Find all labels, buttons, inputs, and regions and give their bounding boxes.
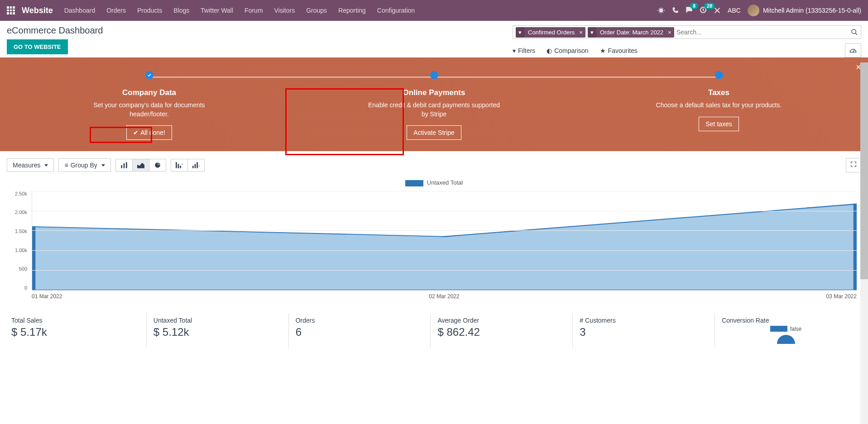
- search-icon[interactable]: [851, 29, 858, 36]
- main-menu: Dashboard Orders Products Blogs Twitter …: [64, 7, 657, 14]
- menu-visitors[interactable]: Visitors: [274, 7, 295, 14]
- menu-products[interactable]: Products: [137, 7, 162, 14]
- chart-plot: [32, 191, 857, 291]
- menu-configuration[interactable]: Configuration: [377, 7, 415, 14]
- avatar: [748, 5, 759, 16]
- menu-dashboard[interactable]: Dashboard: [64, 7, 96, 14]
- messages-icon[interactable]: 8: [686, 6, 693, 15]
- sort-desc-icon[interactable]: [171, 159, 188, 171]
- filters-dropdown[interactable]: ▾Filters: [513, 47, 535, 54]
- kpi-average-order: Average Order$ 862.42: [430, 313, 572, 348]
- filter-icon: ▾: [516, 27, 524, 38]
- pie-chart-icon[interactable]: [149, 159, 166, 171]
- svg-point-14: [440, 236, 448, 237]
- svg-rect-12: [197, 162, 198, 168]
- onboarding-step-payments: Online Payments Enable credit & debit ca…: [366, 71, 502, 140]
- step-dot-icon: [430, 71, 438, 79]
- compare-icon: ◐: [547, 47, 552, 54]
- chart-legend: Untaxed Total: [11, 179, 857, 186]
- kpi-orders: Orders6: [288, 313, 431, 348]
- funnel-icon: ▾: [513, 47, 516, 54]
- sort-asc-icon[interactable]: [188, 159, 204, 171]
- app-brand[interactable]: Website: [22, 6, 53, 15]
- activities-icon[interactable]: 28: [700, 6, 707, 15]
- comparison-dropdown[interactable]: ◐Comparison: [547, 47, 588, 54]
- svg-rect-9: [180, 166, 181, 168]
- svg-point-13: [32, 226, 36, 227]
- groupby-dropdown[interactable]: ≡Group By: [58, 158, 110, 172]
- dashboard-view-icon[interactable]: [845, 43, 861, 57]
- groupby-icon: ≡: [64, 162, 68, 169]
- y-axis: 2.50k 2.00k 1.50k 1.00k 500 0: [11, 191, 32, 291]
- legend-swatch: [405, 180, 423, 186]
- search-facet-confirmed: ▾ Confirmed Orders ×: [516, 27, 585, 38]
- x-axis: 01 Mar 2022 02 Mar 2022 03 Mar 2022: [32, 293, 857, 300]
- kpi-customers: # Customers3: [572, 313, 715, 348]
- svg-rect-4: [123, 163, 125, 168]
- phone-icon[interactable]: [671, 7, 679, 14]
- x-icon[interactable]: [714, 7, 721, 14]
- annotation-box: [90, 127, 152, 143]
- menu-forum[interactable]: Forum: [245, 7, 263, 14]
- set-taxes-button[interactable]: Set taxes: [699, 117, 739, 131]
- remove-facet-icon[interactable]: ×: [667, 29, 674, 36]
- company-name[interactable]: ABC: [728, 7, 741, 14]
- chevron-down-icon: [101, 164, 105, 167]
- search-facet-date: ▾ Order Date: March 2022 ×: [588, 27, 674, 38]
- pie-chart: [777, 335, 795, 344]
- messages-badge: 8: [690, 3, 698, 9]
- remove-facet-icon[interactable]: ×: [578, 29, 585, 36]
- menu-twitter-wall[interactable]: Twitter Wall: [201, 7, 233, 14]
- svg-rect-3: [121, 165, 122, 168]
- user-menu[interactable]: Mitchell Admin (13353256-15-0-all): [748, 5, 861, 16]
- favourites-dropdown[interactable]: ★Favourites: [600, 47, 638, 54]
- svg-rect-10: [192, 166, 194, 168]
- svg-rect-7: [176, 162, 177, 168]
- area-chart-icon[interactable]: [133, 159, 149, 171]
- step-done-icon: [145, 71, 153, 79]
- svg-rect-11: [194, 164, 196, 168]
- menu-orders[interactable]: Orders: [106, 7, 126, 14]
- star-icon: ★: [600, 47, 606, 54]
- legend-swatch: [770, 326, 787, 332]
- bar-chart-icon[interactable]: [116, 159, 133, 171]
- apps-menu-icon[interactable]: [7, 6, 15, 14]
- onboarding-step-taxes: Taxes Choose a default sales tax for you…: [651, 71, 787, 140]
- scrollbar[interactable]: [860, 62, 868, 352]
- user-name: Mitchell Admin (13353256-15-0-all): [763, 7, 861, 14]
- search-box[interactable]: ▾ Confirmed Orders × ▾ Order Date: March…: [513, 25, 861, 39]
- measures-dropdown[interactable]: Measures: [7, 158, 54, 172]
- page-title: eCommerce Dashboard: [7, 25, 103, 36]
- menu-blogs[interactable]: Blogs: [173, 7, 189, 14]
- search-input[interactable]: [676, 29, 851, 36]
- chevron-down-icon: [44, 164, 48, 167]
- filter-icon: ▾: [588, 27, 596, 38]
- kpi-conversion-rate: Conversion Rate false: [715, 313, 857, 348]
- go-to-website-button[interactable]: GO TO WEBSITE: [7, 39, 68, 54]
- bug-icon[interactable]: [657, 7, 665, 14]
- step-dot-icon: [715, 71, 723, 79]
- svg-rect-5: [126, 162, 127, 168]
- menu-groups[interactable]: Groups: [306, 7, 327, 14]
- kpi-row: Total Sales$ 5.17k Untaxed Total$ 5.12k …: [0, 309, 868, 352]
- menu-reporting[interactable]: Reporting: [338, 7, 366, 14]
- svg-point-15: [853, 204, 857, 205]
- svg-point-2: [852, 29, 856, 33]
- kpi-total-sales: Total Sales$ 5.17k: [11, 313, 146, 348]
- kpi-untaxed-total: Untaxed Total$ 5.12k: [146, 313, 288, 348]
- expand-icon[interactable]: [846, 158, 861, 172]
- activate-stripe-button[interactable]: Activate Stripe: [407, 125, 461, 140]
- svg-rect-8: [177, 164, 179, 168]
